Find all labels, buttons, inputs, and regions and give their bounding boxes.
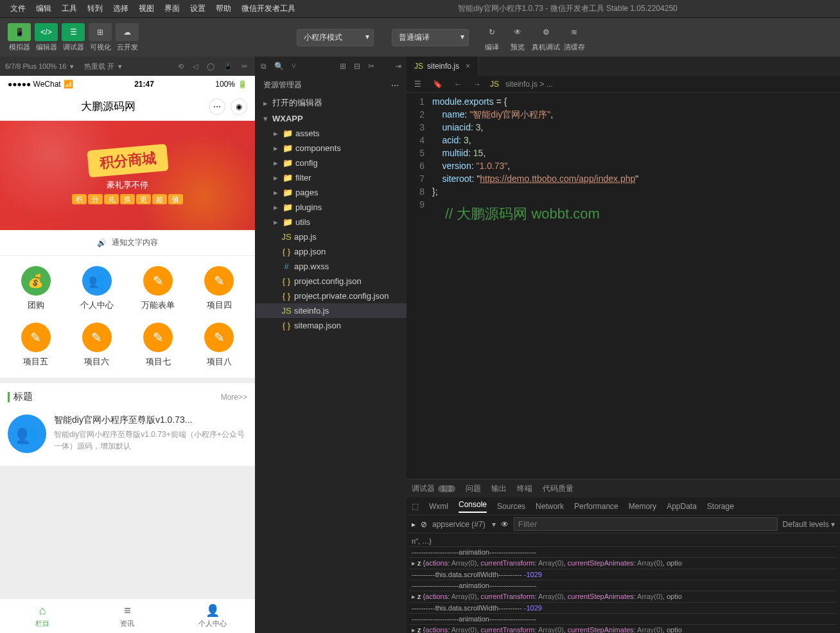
- grid-item[interactable]: 💰团购: [5, 266, 66, 311]
- list-icon[interactable]: ☰: [412, 80, 424, 89]
- compile-select[interactable]: 普通编译: [392, 29, 469, 46]
- tab-terminal[interactable]: 终端: [517, 483, 532, 494]
- menu-item[interactable]: 编辑: [31, 3, 57, 14]
- device-debug-button[interactable]: ⚙: [534, 23, 557, 41]
- grid-item[interactable]: ✎项目五: [5, 323, 66, 368]
- grid-item[interactable]: ✎项目六: [66, 323, 127, 368]
- dtab-sources[interactable]: Sources: [497, 502, 525, 511]
- bookmark-icon[interactable]: 🔖: [430, 80, 445, 89]
- inspect-icon[interactable]: ⬚: [412, 502, 419, 511]
- cache-button[interactable]: ≋: [563, 23, 586, 41]
- cut-icon[interactable]: ✂: [368, 62, 374, 71]
- capsule-close[interactable]: ◉: [231, 98, 247, 115]
- more-icon[interactable]: ⋯: [391, 81, 399, 90]
- tree-file[interactable]: JSsiteinfo.js: [256, 303, 407, 318]
- tree-folder[interactable]: ▸📁pages: [256, 185, 407, 200]
- dtab-wxml[interactable]: Wxml: [429, 502, 448, 511]
- capsule-menu[interactable]: ⋯: [209, 98, 225, 115]
- tree-folder[interactable]: ▸📁assets: [256, 126, 407, 141]
- tab-output[interactable]: 输出: [491, 483, 507, 494]
- code-editor[interactable]: 123456789 module.exports = { name: "智能di…: [407, 93, 840, 479]
- split-icon[interactable]: ⊞: [340, 62, 346, 71]
- dtab-appdata[interactable]: AppData: [667, 502, 697, 511]
- filter-input[interactable]: [514, 517, 778, 531]
- dtab-storage[interactable]: Storage: [707, 502, 734, 511]
- refresh-icon[interactable]: ⟲: [175, 62, 186, 71]
- tab-quality[interactable]: 代码质量: [543, 483, 573, 494]
- files-icon[interactable]: ⧉: [261, 62, 267, 71]
- collapse-icon[interactable]: ⊟: [354, 62, 360, 71]
- list-item[interactable]: 👥 智能diy官网小程序至尊版v1.0.73... 智能diy官网小程序至尊版v…: [8, 409, 247, 458]
- editor-button[interactable]: </>: [35, 23, 58, 41]
- tab-problems[interactable]: 问题: [466, 483, 481, 494]
- tree-root[interactable]: ▾WXAPP: [256, 111, 407, 126]
- menu-item[interactable]: 工具: [57, 3, 82, 14]
- mode-select[interactable]: 小程序模式: [297, 29, 374, 46]
- tree-file[interactable]: { }project.config.json: [256, 274, 407, 289]
- tabbar-item[interactable]: 👤个人中心: [170, 599, 255, 633]
- dtab-performance[interactable]: Performance: [574, 502, 618, 511]
- stop-icon[interactable]: ▸: [412, 520, 416, 529]
- visual-button[interactable]: ⊞: [89, 23, 112, 41]
- notice-bar[interactable]: 🔊 通知文字内容: [0, 230, 255, 256]
- section-more[interactable]: More>>: [221, 393, 247, 402]
- back-arrow-icon[interactable]: ←: [451, 80, 464, 89]
- tree-file[interactable]: JSapp.js: [256, 229, 407, 244]
- cut-icon-sim[interactable]: ✂: [239, 62, 250, 71]
- breadcrumb-text[interactable]: siteinfo.js > ...: [505, 80, 553, 89]
- console-output[interactable]: n", …}--------------------animation-----…: [407, 533, 840, 633]
- preview-button[interactable]: 👁: [506, 23, 529, 41]
- branch-icon[interactable]: ⑂: [292, 62, 296, 71]
- cloud-button[interactable]: ☁: [116, 23, 139, 41]
- tree-file[interactable]: { }project.private.config.json: [256, 289, 407, 303]
- grid-item[interactable]: 👥个人中心: [66, 266, 127, 311]
- tree-folder[interactable]: ▸📁filter: [256, 170, 407, 185]
- dtab-memory[interactable]: Memory: [629, 502, 656, 511]
- tabbar-item[interactable]: ≡资讯: [85, 599, 170, 633]
- tree-folder[interactable]: ▸📁utils: [256, 215, 407, 229]
- menu-item[interactable]: 微信开发者工具: [236, 3, 301, 14]
- grid-item[interactable]: ✎万能表单: [128, 266, 189, 311]
- reload-toggle[interactable]: 热重载 开: [84, 62, 114, 71]
- dtab-network[interactable]: Network: [536, 502, 564, 511]
- clear-icon[interactable]: ⊘: [421, 520, 427, 529]
- context-select[interactable]: appservice (#7) ▾: [432, 520, 496, 529]
- eye-icon[interactable]: 👁: [501, 520, 509, 529]
- compile-button[interactable]: ↻: [480, 23, 503, 41]
- grid-item[interactable]: ✎项目四: [189, 266, 250, 311]
- menu-item[interactable]: 转到: [82, 3, 108, 14]
- banner[interactable]: 积分商城 豪礼享不停 积分兑换更超值: [0, 121, 255, 230]
- menu-item[interactable]: 视图: [134, 3, 159, 14]
- grid-item[interactable]: ✎项目八: [189, 323, 250, 368]
- tree-folder[interactable]: ▸📁config: [256, 156, 407, 170]
- phone-icon[interactable]: 📱: [221, 62, 235, 71]
- search-icon[interactable]: 🔍: [274, 62, 284, 71]
- menu-item[interactable]: 文件: [5, 3, 31, 14]
- menu-item[interactable]: 设置: [185, 3, 211, 14]
- home-icon[interactable]: ◯: [204, 62, 217, 71]
- banner-title: 积分商城: [87, 143, 168, 177]
- grid-item[interactable]: ✎项目七: [128, 323, 189, 368]
- tabbar-item[interactable]: ⌂栏目: [0, 599, 85, 633]
- simulator-button[interactable]: 📱: [8, 23, 31, 41]
- menu-item[interactable]: 帮助: [211, 3, 236, 14]
- device-info[interactable]: 6/7/8 Plus 100% 16: [5, 62, 66, 70]
- tree-folder[interactable]: ▸📁components: [256, 141, 407, 156]
- levels-select[interactable]: Default levels ▾: [783, 520, 835, 529]
- menu-item[interactable]: 界面: [159, 3, 185, 14]
- dtab-console[interactable]: Console: [459, 500, 487, 513]
- tree-open-editors[interactable]: ▸打开的编辑器: [256, 94, 407, 111]
- editor-tab[interactable]: JS siteinfo.js ×: [407, 57, 478, 76]
- banner-pills: 积分兑换更超值: [71, 195, 184, 204]
- tab-debugger[interactable]: 调试器 1, 2: [412, 483, 455, 494]
- tree-file[interactable]: #app.wxss: [256, 259, 407, 274]
- back-icon[interactable]: ◁: [190, 62, 200, 71]
- menu-item[interactable]: 选择: [108, 3, 134, 14]
- toggle-icon[interactable]: ⇥: [395, 62, 401, 71]
- debugger-button[interactable]: ☰: [62, 23, 85, 41]
- tree-file[interactable]: { }sitemap.json: [256, 318, 407, 333]
- tree-file[interactable]: { }app.json: [256, 244, 407, 259]
- close-icon[interactable]: ×: [466, 62, 470, 71]
- forward-arrow-icon[interactable]: →: [471, 80, 484, 89]
- tree-folder[interactable]: ▸📁plugins: [256, 200, 407, 215]
